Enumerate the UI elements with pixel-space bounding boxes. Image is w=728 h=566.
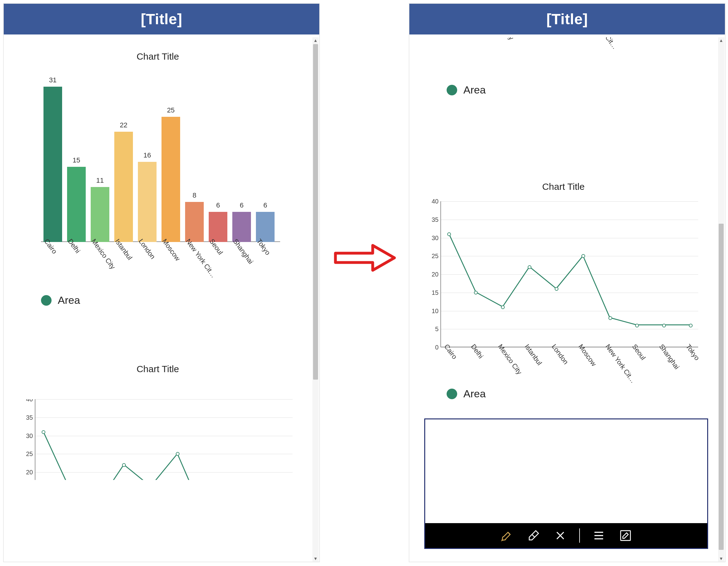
title-text-left: [Title] [141,11,182,27]
menu-lines-icon[interactable] [591,528,607,543]
signature-toolbar [425,523,707,548]
legend-bottom-right: Area [447,388,717,400]
line-point [608,316,612,320]
bar: 31 [43,87,62,242]
line-point [447,232,451,236]
line-chart-left: 0510152025303540 [16,399,293,480]
bar-chart: 3115112216258666 [41,87,277,242]
svg-rect-0 [621,531,630,541]
legend-top-right: Area [447,84,717,96]
line-chart-title-right: Chart Title [409,181,717,192]
bar: 6 [256,212,275,242]
bar: 6 [232,212,251,242]
bar-value-label: 6 [232,201,251,209]
line-point [474,291,478,294]
scrollbar-right[interactable]: ▲ ▼ [718,37,724,562]
bar: 25 [162,117,180,242]
legend-dot-icon [447,85,457,95]
line-point [635,324,639,327]
scroll-area-left[interactable]: Chart Title 3115112216258666 CairoDelhiM… [4,37,319,562]
bar-value-label: 15 [67,156,86,164]
bar-value-label: 6 [209,201,227,209]
scrollbar-thumb-right[interactable] [719,224,724,550]
bar-value-label: 31 [43,76,62,84]
y-tick-label: 10 [423,307,439,314]
left-panel: [Title] Chart Title 3115112216258666 Cai… [3,3,320,562]
scroll-up-icon[interactable]: ▲ [312,37,319,43]
scroll-up-icon[interactable]: ▲ [718,37,724,43]
legend-dot-icon [41,295,52,306]
eraser-icon[interactable] [526,528,541,543]
edit-icon[interactable] [618,528,633,543]
y-tick-label: 20 [423,271,439,278]
bar-value-label: 22 [114,121,133,129]
line-point [501,305,505,309]
bar-value-label: 8 [185,191,204,199]
truncated-chart-xaxis: …o…i…xico City…bul…don…scow…w York Cit……… [409,37,717,71]
bar-value-label: 11 [91,176,109,185]
y-tick-label: 25 [423,253,439,260]
close-icon[interactable] [553,528,568,543]
signature-box[interactable] [424,418,708,549]
bar: 16 [138,162,157,242]
line-chart-right: 0510152025303540 [422,201,698,347]
y-tick-label: 20 [17,469,33,476]
arrow-icon [332,239,398,276]
scrollbar-left[interactable]: ▲ ▼ [312,37,319,562]
line-point [176,452,180,456]
line-point [581,254,585,258]
bar: 15 [67,167,86,242]
scroll-area-right[interactable]: …o…i…xico City…bul…don…scow…w York Cit……… [409,37,725,562]
line-point [662,324,666,327]
bar-chart-title: Chart Title [4,51,312,62]
y-tick-label: 0 [423,344,439,351]
bar-value-label: 25 [162,106,180,114]
legend-label-bottom: Area [463,388,486,400]
bar-value-label: 6 [256,201,275,209]
scroll-down-icon[interactable]: ▼ [718,555,724,562]
bar-value-label: 16 [138,151,157,159]
legend-label-top: Area [463,84,486,96]
y-tick-label: 30 [17,432,33,439]
title-text-right: [Title] [546,11,588,27]
bar: 6 [209,212,227,242]
line-point [122,463,126,467]
bar: 8 [185,202,204,242]
y-tick-label: 35 [423,216,439,223]
y-tick-label: 40 [17,399,33,403]
line-chart-xaxis-right: CairoDelhiMexico CityIstanbulLondonMosco… [440,347,698,388]
y-tick-label: 25 [17,450,33,458]
title-bar-left: [Title] [4,4,319,34]
line-point [689,324,693,327]
scroll-down-icon[interactable]: ▼ [312,555,319,562]
line-point [528,265,531,269]
line-chart-title-left: Chart Title [4,364,312,374]
line-point [42,430,45,434]
bar-chart-xaxis: CairoDelhiMexico CityIstanbulLondonMosco… [41,242,277,289]
bar-chart-legend: Area [41,294,312,306]
title-bar-right: [Title] [409,4,725,34]
y-tick-label: 15 [423,289,439,296]
legend-label: Area [58,294,80,306]
legend-dot-icon [447,389,457,399]
bar: 11 [91,187,109,242]
pen-icon[interactable] [499,528,515,543]
toolbar-divider [579,528,580,543]
y-tick-label: 35 [17,414,33,421]
scrollbar-thumb-left[interactable] [313,44,318,380]
y-tick-label: 5 [423,326,439,333]
line-point [555,287,558,291]
right-panel: [Title] …o…i…xico City…bul…don…scow…w Yo… [409,3,726,562]
y-tick-label: 30 [423,234,439,241]
bar: 22 [114,132,133,242]
y-tick-label: 40 [423,198,439,205]
